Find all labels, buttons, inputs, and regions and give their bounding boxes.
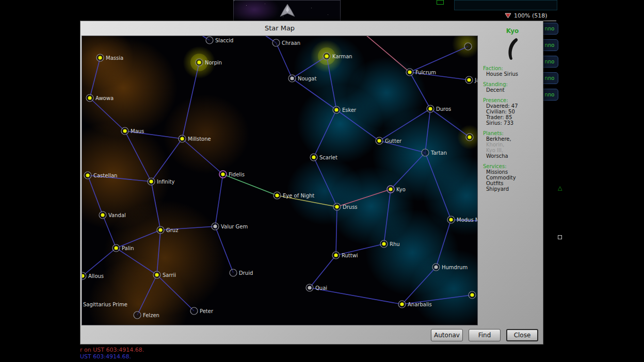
system-rhu[interactable]: Rhu: [380, 240, 400, 248]
presence-block: Presence: Dvaered: 47Civilian: 50Trader:…: [483, 97, 542, 126]
system-label: Karman: [332, 54, 352, 59]
system-core: [155, 273, 158, 276]
system-label: Allous: [88, 273, 104, 279]
system-ring: [190, 307, 198, 315]
hyperlane: [90, 98, 125, 131]
system-label: Nougat: [298, 76, 316, 81]
autonav-button[interactable]: Autonav: [431, 329, 463, 341]
hud-side-button[interactable]: nno: [541, 72, 558, 84]
system-humdrum[interactable]: Humdrum: [432, 264, 468, 271]
system-druid[interactable]: Druid: [230, 269, 253, 276]
system-scarlet[interactable]: Scarlet: [310, 154, 337, 161]
presence-item: Trader: 85: [486, 114, 542, 120]
system-sarrii[interactable]: Sarrii: [153, 271, 176, 278]
system-core: [123, 129, 126, 133]
system-maus[interactable]: Maus: [121, 127, 144, 135]
hud-side-button[interactable]: nno: [541, 39, 558, 51]
system-peter[interactable]: Peter: [190, 307, 214, 315]
system-unnamed[interactable]: [469, 291, 476, 299]
system-allous[interactable]: Allous: [82, 272, 104, 279]
system-palin[interactable]: Palin: [112, 244, 134, 252]
system-chraan[interactable]: Chraan: [272, 39, 300, 46]
system-infinity[interactable]: Infinity: [148, 178, 175, 185]
radar-square-marker: [558, 235, 562, 239]
target-health-readout: 100% (518): [505, 11, 557, 20]
hyperlane: [223, 174, 277, 195]
system-core: [408, 70, 411, 74]
system-gutter[interactable]: Gutter: [376, 137, 402, 144]
hud-side-button-column: nnonnonnonnonno: [541, 23, 559, 105]
find-button[interactable]: Find: [469, 329, 501, 341]
system-millstone[interactable]: Millstone: [179, 135, 211, 142]
planet-item: Worscha: [486, 153, 542, 159]
system-fulcrum[interactable]: Fulcrum: [406, 69, 436, 76]
hud-side-button[interactable]: nno: [541, 23, 558, 35]
hyperlane: [88, 175, 103, 215]
presence-list: Dvaered: 47Civilian: 50Trader: 85Sirius:…: [483, 103, 542, 126]
system-valur-gem[interactable]: Valur Gem: [212, 223, 248, 230]
system-unnamed[interactable]: [466, 134, 473, 141]
system-label: Peter: [200, 308, 214, 314]
hyperlane: [137, 275, 157, 315]
system-esker[interactable]: Esker: [333, 106, 357, 113]
system-jac[interactable]: Jac: [465, 76, 478, 84]
system-eye-of-night[interactable]: Eye of Night: [273, 192, 314, 199]
hyperlane: [436, 220, 451, 267]
system-core: [377, 139, 381, 142]
system-slaccid[interactable]: Slaccid: [206, 37, 233, 44]
system-castellan[interactable]: Castellan: [84, 172, 117, 179]
star-map-canvas[interactable]: SlaccidChraanKarmanMassiaNorpinFulcrumJa…: [82, 36, 478, 325]
hyperlane: [103, 215, 116, 248]
planet-item: Khorin,: [486, 142, 542, 147]
system-karman[interactable]: Karman: [318, 47, 352, 65]
system-core: [325, 54, 328, 58]
system-kyo[interactable]: Kyo: [387, 186, 406, 193]
hyperlane: [425, 109, 430, 153]
services-label: Services:: [483, 163, 542, 169]
system-norpin[interactable]: Norpin: [190, 54, 222, 71]
system-label: Tartan: [430, 150, 447, 156]
system-felzen[interactable]: Felzen: [134, 311, 159, 319]
star-map-svg[interactable]: SlaccidChraanKarmanMassiaNorpinFulcrumJa…: [82, 36, 478, 325]
system-label: Esker: [342, 107, 357, 113]
planet-item: Berkhere,: [486, 136, 542, 142]
system-label: Jac: [474, 77, 478, 83]
close-button[interactable]: Close: [506, 329, 538, 341]
service-item: Commodity: [486, 175, 542, 180]
system-label: Valur Gem: [221, 224, 248, 229]
system-label: Norpin: [205, 60, 222, 65]
system-gruz[interactable]: Gruz: [157, 226, 178, 234]
system-awowa[interactable]: Awowa: [86, 94, 114, 102]
system-ruttwi[interactable]: Ruttwi: [332, 252, 358, 259]
hyperlane: [391, 153, 425, 189]
system-core: [312, 155, 315, 159]
system-core: [88, 96, 91, 100]
hud-side-button[interactable]: nno: [541, 56, 558, 68]
service-item: Shipyard: [486, 186, 542, 192]
system-label: Slaccid: [215, 38, 233, 43]
system-massia[interactable]: Massia: [96, 54, 123, 61]
system-druss[interactable]: Druss: [333, 203, 358, 210]
service-item: Missions: [486, 169, 542, 175]
system-unnamed[interactable]: [464, 43, 472, 50]
hyperlane: [276, 43, 292, 78]
hud-side-button[interactable]: nno: [541, 89, 558, 101]
star-map-dialog: Star Map SlaccidChraanKarmanMassiaNorpin…: [80, 21, 543, 344]
system-core: [334, 253, 337, 257]
system-modus-m[interactable]: Modus M: [447, 216, 478, 223]
system-core: [389, 187, 392, 191]
starfield-dots: [234, 1, 234, 1]
system-quai[interactable]: Quai: [306, 284, 327, 291]
system-label: Maus: [131, 128, 144, 134]
system-vandal[interactable]: Vandal: [99, 211, 126, 219]
system-fidelis[interactable]: Fidelis: [219, 171, 245, 178]
standing-block: Standing: Decent: [483, 81, 542, 93]
system-sagittarius-prime[interactable]: Sagittarius Prime: [82, 301, 127, 308]
system-tartan[interactable]: Tartan: [422, 149, 447, 156]
system-duros[interactable]: Duros: [427, 105, 451, 112]
standing-label: Standing:: [483, 81, 542, 87]
system-anarbalis[interactable]: Anarbalis: [398, 301, 432, 308]
system-label: Fulcrum: [415, 70, 436, 75]
hyperlane: [336, 110, 379, 141]
system-nougat[interactable]: Nougat: [288, 75, 316, 82]
